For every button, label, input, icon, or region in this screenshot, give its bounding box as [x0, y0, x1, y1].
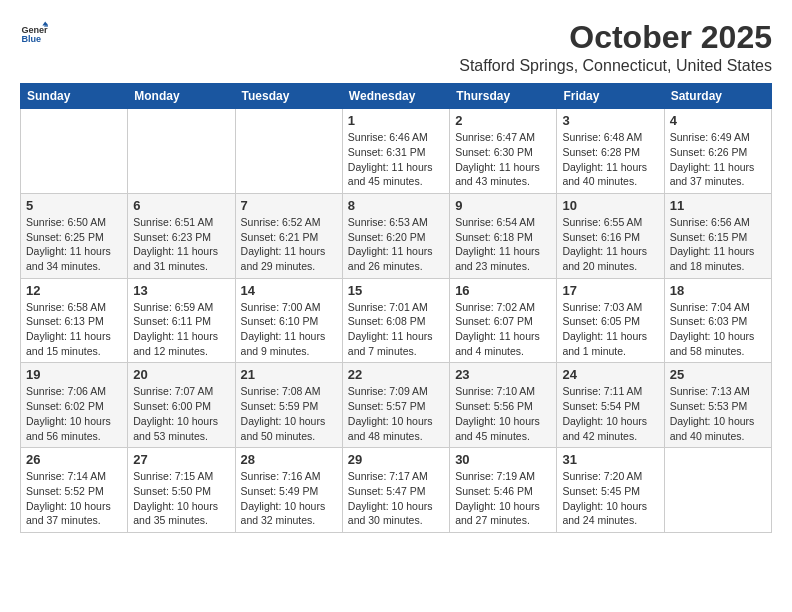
day-info: Sunrise: 6:50 AMSunset: 6:25 PMDaylight:…	[26, 215, 122, 274]
calendar-cell: 19Sunrise: 7:06 AMSunset: 6:02 PMDayligh…	[21, 363, 128, 448]
calendar-cell: 22Sunrise: 7:09 AMSunset: 5:57 PMDayligh…	[342, 363, 449, 448]
day-info: Sunrise: 6:55 AMSunset: 6:16 PMDaylight:…	[562, 215, 658, 274]
day-info: Sunrise: 6:51 AMSunset: 6:23 PMDaylight:…	[133, 215, 229, 274]
day-info: Sunrise: 6:47 AMSunset: 6:30 PMDaylight:…	[455, 130, 551, 189]
calendar-cell: 3Sunrise: 6:48 AMSunset: 6:28 PMDaylight…	[557, 109, 664, 194]
calendar-cell: 6Sunrise: 6:51 AMSunset: 6:23 PMDaylight…	[128, 193, 235, 278]
day-info: Sunrise: 7:19 AMSunset: 5:46 PMDaylight:…	[455, 469, 551, 528]
calendar-cell: 9Sunrise: 6:54 AMSunset: 6:18 PMDaylight…	[450, 193, 557, 278]
calendar-week-1: 5Sunrise: 6:50 AMSunset: 6:25 PMDaylight…	[21, 193, 772, 278]
day-number: 4	[670, 113, 766, 128]
day-info: Sunrise: 6:58 AMSunset: 6:13 PMDaylight:…	[26, 300, 122, 359]
calendar-cell: 11Sunrise: 6:56 AMSunset: 6:15 PMDayligh…	[664, 193, 771, 278]
calendar-week-3: 19Sunrise: 7:06 AMSunset: 6:02 PMDayligh…	[21, 363, 772, 448]
month-title: October 2025	[459, 20, 772, 55]
calendar-cell: 29Sunrise: 7:17 AMSunset: 5:47 PMDayligh…	[342, 448, 449, 533]
col-thursday: Thursday	[450, 84, 557, 109]
day-info: Sunrise: 7:00 AMSunset: 6:10 PMDaylight:…	[241, 300, 337, 359]
calendar-cell: 27Sunrise: 7:15 AMSunset: 5:50 PMDayligh…	[128, 448, 235, 533]
calendar-cell: 7Sunrise: 6:52 AMSunset: 6:21 PMDaylight…	[235, 193, 342, 278]
calendar-cell: 8Sunrise: 6:53 AMSunset: 6:20 PMDaylight…	[342, 193, 449, 278]
calendar-cell: 24Sunrise: 7:11 AMSunset: 5:54 PMDayligh…	[557, 363, 664, 448]
day-number: 3	[562, 113, 658, 128]
calendar-week-2: 12Sunrise: 6:58 AMSunset: 6:13 PMDayligh…	[21, 278, 772, 363]
header-row: Sunday Monday Tuesday Wednesday Thursday…	[21, 84, 772, 109]
col-tuesday: Tuesday	[235, 84, 342, 109]
day-info: Sunrise: 7:06 AMSunset: 6:02 PMDaylight:…	[26, 384, 122, 443]
day-info: Sunrise: 6:46 AMSunset: 6:31 PMDaylight:…	[348, 130, 444, 189]
day-number: 23	[455, 367, 551, 382]
calendar-cell: 28Sunrise: 7:16 AMSunset: 5:49 PMDayligh…	[235, 448, 342, 533]
calendar-cell: 5Sunrise: 6:50 AMSunset: 6:25 PMDaylight…	[21, 193, 128, 278]
day-number: 31	[562, 452, 658, 467]
calendar-cell: 15Sunrise: 7:01 AMSunset: 6:08 PMDayligh…	[342, 278, 449, 363]
day-number: 2	[455, 113, 551, 128]
svg-text:General: General	[21, 25, 48, 35]
day-number: 19	[26, 367, 122, 382]
calendar-week-0: 1Sunrise: 6:46 AMSunset: 6:31 PMDaylight…	[21, 109, 772, 194]
day-info: Sunrise: 7:04 AMSunset: 6:03 PMDaylight:…	[670, 300, 766, 359]
day-info: Sunrise: 7:08 AMSunset: 5:59 PMDaylight:…	[241, 384, 337, 443]
calendar-cell: 2Sunrise: 6:47 AMSunset: 6:30 PMDaylight…	[450, 109, 557, 194]
day-info: Sunrise: 7:09 AMSunset: 5:57 PMDaylight:…	[348, 384, 444, 443]
day-number: 26	[26, 452, 122, 467]
day-number: 16	[455, 283, 551, 298]
day-number: 7	[241, 198, 337, 213]
day-info: Sunrise: 6:54 AMSunset: 6:18 PMDaylight:…	[455, 215, 551, 274]
day-number: 5	[26, 198, 122, 213]
col-monday: Monday	[128, 84, 235, 109]
day-number: 9	[455, 198, 551, 213]
calendar-cell: 31Sunrise: 7:20 AMSunset: 5:45 PMDayligh…	[557, 448, 664, 533]
day-info: Sunrise: 6:53 AMSunset: 6:20 PMDaylight:…	[348, 215, 444, 274]
calendar-cell: 20Sunrise: 7:07 AMSunset: 6:00 PMDayligh…	[128, 363, 235, 448]
calendar-cell: 25Sunrise: 7:13 AMSunset: 5:53 PMDayligh…	[664, 363, 771, 448]
calendar-cell	[128, 109, 235, 194]
day-number: 24	[562, 367, 658, 382]
day-number: 25	[670, 367, 766, 382]
day-info: Sunrise: 7:15 AMSunset: 5:50 PMDaylight:…	[133, 469, 229, 528]
day-info: Sunrise: 7:16 AMSunset: 5:49 PMDaylight:…	[241, 469, 337, 528]
calendar-cell: 23Sunrise: 7:10 AMSunset: 5:56 PMDayligh…	[450, 363, 557, 448]
day-info: Sunrise: 6:59 AMSunset: 6:11 PMDaylight:…	[133, 300, 229, 359]
day-number: 22	[348, 367, 444, 382]
calendar-week-4: 26Sunrise: 7:14 AMSunset: 5:52 PMDayligh…	[21, 448, 772, 533]
day-info: Sunrise: 7:01 AMSunset: 6:08 PMDaylight:…	[348, 300, 444, 359]
day-number: 27	[133, 452, 229, 467]
calendar-cell: 16Sunrise: 7:02 AMSunset: 6:07 PMDayligh…	[450, 278, 557, 363]
calendar-cell: 4Sunrise: 6:49 AMSunset: 6:26 PMDaylight…	[664, 109, 771, 194]
day-number: 18	[670, 283, 766, 298]
day-number: 28	[241, 452, 337, 467]
day-number: 21	[241, 367, 337, 382]
day-number: 17	[562, 283, 658, 298]
col-sunday: Sunday	[21, 84, 128, 109]
day-number: 29	[348, 452, 444, 467]
calendar-cell	[21, 109, 128, 194]
calendar-cell: 10Sunrise: 6:55 AMSunset: 6:16 PMDayligh…	[557, 193, 664, 278]
day-info: Sunrise: 7:11 AMSunset: 5:54 PMDaylight:…	[562, 384, 658, 443]
logo-icon: General Blue	[20, 20, 48, 48]
calendar-cell: 1Sunrise: 6:46 AMSunset: 6:31 PMDaylight…	[342, 109, 449, 194]
day-info: Sunrise: 6:48 AMSunset: 6:28 PMDaylight:…	[562, 130, 658, 189]
calendar-cell	[664, 448, 771, 533]
day-info: Sunrise: 7:13 AMSunset: 5:53 PMDaylight:…	[670, 384, 766, 443]
logo: General Blue	[20, 20, 48, 48]
calendar-table: Sunday Monday Tuesday Wednesday Thursday…	[20, 83, 772, 533]
day-info: Sunrise: 6:52 AMSunset: 6:21 PMDaylight:…	[241, 215, 337, 274]
day-number: 20	[133, 367, 229, 382]
day-number: 12	[26, 283, 122, 298]
calendar-cell: 17Sunrise: 7:03 AMSunset: 6:05 PMDayligh…	[557, 278, 664, 363]
col-friday: Friday	[557, 84, 664, 109]
day-number: 15	[348, 283, 444, 298]
calendar-cell: 21Sunrise: 7:08 AMSunset: 5:59 PMDayligh…	[235, 363, 342, 448]
day-info: Sunrise: 7:10 AMSunset: 5:56 PMDaylight:…	[455, 384, 551, 443]
day-info: Sunrise: 6:56 AMSunset: 6:15 PMDaylight:…	[670, 215, 766, 274]
svg-text:Blue: Blue	[21, 34, 41, 44]
calendar-cell: 26Sunrise: 7:14 AMSunset: 5:52 PMDayligh…	[21, 448, 128, 533]
day-info: Sunrise: 7:02 AMSunset: 6:07 PMDaylight:…	[455, 300, 551, 359]
calendar-cell: 13Sunrise: 6:59 AMSunset: 6:11 PMDayligh…	[128, 278, 235, 363]
day-number: 11	[670, 198, 766, 213]
day-info: Sunrise: 7:03 AMSunset: 6:05 PMDaylight:…	[562, 300, 658, 359]
page-container: General Blue October 2025 Stafford Sprin…	[0, 0, 792, 543]
day-number: 14	[241, 283, 337, 298]
day-info: Sunrise: 7:14 AMSunset: 5:52 PMDaylight:…	[26, 469, 122, 528]
